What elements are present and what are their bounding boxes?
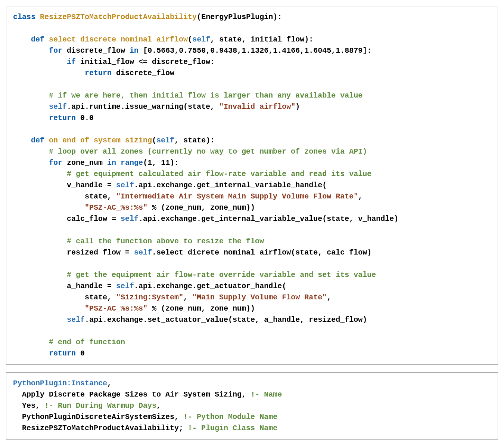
m1-ret1: discrete_flow [116, 69, 174, 77]
self: self [116, 181, 134, 189]
kw-def: def [31, 35, 44, 44]
class-name: ResizePSZToMatchProductAvailability [40, 13, 197, 21]
comma: , [156, 401, 161, 410]
m2-setact: .api.exchange.set_actuator_value(state, … [85, 315, 367, 324]
m2-act-s2: "Main Supply Volume Flow Rate" [192, 293, 327, 302]
m1-ret2: 0.0 [80, 114, 94, 122]
m2-psz: "PSZ-AC_%s:%s" [85, 203, 147, 212]
kw-return: return [49, 114, 76, 122]
m2-resize-lhs: resized_flow = [67, 248, 134, 257]
method1-name: select_discrete_nominal_airflow [49, 35, 188, 44]
kw-return: return [85, 69, 112, 77]
m1-loopvar: discrete_flow [67, 46, 125, 55]
self: self [49, 102, 67, 111]
idf-code-block: PythonPlugin:Instance, Apply Discrete Pa… [6, 372, 498, 440]
m2-act-s1: "Sizing:System" [116, 293, 183, 302]
comma: , [327, 293, 331, 302]
m2-vhandle-lhs: v_handle = [67, 181, 116, 189]
self: self [116, 282, 134, 290]
range: range [121, 158, 143, 167]
paren-close: ): [304, 35, 313, 44]
idf-class-cmt: !- Plugin Class Name [188, 424, 277, 432]
m2-ahandle-lhs: a_handle = [67, 282, 116, 290]
paren: ( [197, 13, 201, 21]
m1-list: [0.5663,0.7550,0.9438,1.1326,1.4166,1.60… [143, 46, 367, 55]
comma: , [358, 192, 363, 201]
kw-if: if [67, 58, 76, 66]
kw-for: for [49, 158, 62, 167]
paren-colon: ): [273, 13, 282, 21]
m2-ret: 0 [80, 349, 85, 358]
comma: , [210, 35, 219, 44]
m1-warn-str: "Invalid airflow" [219, 102, 295, 111]
m2-params: state [183, 136, 206, 145]
idf-module-cmt: !- Python Module Name [183, 413, 277, 421]
paren-close: ): [206, 136, 215, 145]
m1-params: state, initial_flow [219, 35, 304, 44]
m2-cmt-loop: # loop over all zones (currently no way … [49, 147, 367, 156]
idf-yes-cmt: !- Run During Warmup Days [44, 401, 156, 410]
m2-getact: .api.exchange.get_actuator_handle( [134, 282, 286, 290]
self: self [67, 315, 85, 324]
method2-name: on_end_of_system_sizing [49, 136, 152, 145]
m2-getivar: .api.exchange.get_internal_variable_hand… [134, 181, 327, 189]
idf-name-cmt: !- Name [251, 390, 282, 399]
m2-ivar-str1: "Intermediate Air System Main Supply Vol… [116, 192, 358, 201]
m2-calc-lhs: calc_flow = [67, 215, 121, 223]
m2-loopvar: zone_num [67, 158, 103, 167]
m2-getivarval: .api.exchange.get_internal_variable_valu… [139, 215, 398, 223]
m2-cmt-get: # get equipment calculated air flow-rate… [67, 170, 371, 178]
idf-class: ResizePSZToMatchProductAvailability; [22, 424, 188, 432]
colon: : [367, 46, 371, 55]
kw-return: return [49, 349, 76, 358]
m1-cond: initial_flow <= discrete_flow: [80, 58, 215, 66]
paren-open: ( [188, 35, 192, 44]
idf-module: PythonPluginDiscreteAirSystemSizes, [22, 413, 183, 421]
python-code-block: class ResizePSZToMatchProductAvailabilit… [6, 6, 498, 365]
base-class: EnergyPlusPlugin [201, 13, 273, 21]
comma: , [183, 293, 192, 302]
m2-range: (1, 11): [143, 158, 179, 167]
kw-for: for [49, 46, 62, 55]
paren-open: ( [152, 136, 156, 145]
m2-cmt-call: # call the function above to resize the … [67, 237, 264, 246]
m2-resize-call: .select_dicrete_nominal_airflow(state, c… [152, 248, 371, 257]
self: self [134, 248, 152, 257]
comma: , [107, 379, 112, 388]
m2-fmtargs2: % (zone_num, zone_num)) [147, 304, 255, 313]
idf-name: Apply Discrete Package Sizes to Air Syst… [22, 390, 251, 399]
m1-warn: .api.runtime.issue_warning(state, [67, 102, 219, 111]
m2-state2: state, [85, 293, 116, 302]
kw-in: in [130, 46, 139, 55]
m2-psz2: "PSZ-AC_%s:%s" [85, 304, 147, 313]
comma: , [174, 136, 183, 145]
kw-in: in [107, 158, 116, 167]
m2-state: state, [85, 192, 116, 201]
self: self [121, 215, 139, 223]
self: self [192, 35, 210, 44]
paren: ) [295, 102, 300, 111]
m1-comment: # if we are here, then initial_flow is l… [49, 91, 363, 100]
kw-def: def [31, 136, 44, 145]
m2-fmtargs: % (zone_num, zone_num)) [147, 203, 255, 212]
m2-cmt-end: # end of function [49, 338, 125, 346]
kw-class: class [13, 13, 35, 21]
m2-cmt-set: # get the equipment air flow-rate overri… [67, 271, 376, 279]
idf-obj: PythonPlugin:Instance [13, 379, 107, 388]
self: self [156, 136, 174, 145]
idf-yes: Yes, [22, 401, 44, 410]
